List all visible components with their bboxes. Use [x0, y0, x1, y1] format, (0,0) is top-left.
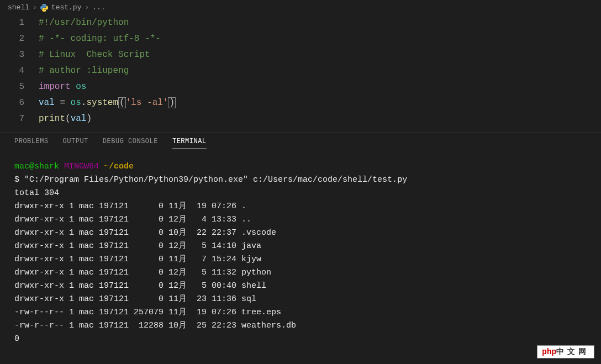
panel-tabs: PROBLEMS OUTPUT DEBUG CONSOLE TERMINAL: [0, 133, 601, 152]
terminal-output-line: drwxr-xr-x 1 mac 197121 0 10月 22 22:37 .…: [14, 226, 587, 240]
code-editor[interactable]: 1 2 3 4 5 6 7 #!/usr/bin/python # -*- co…: [0, 15, 601, 133]
comment-text: # author :liupeng: [39, 66, 129, 76]
chevron-right-icon: ›: [33, 3, 37, 12]
comment-text: #!/usr/bin/python: [39, 18, 129, 28]
code-line[interactable]: # -*- coding: utf-8 -*-: [39, 31, 601, 47]
code-line[interactable]: # Linux Check Script: [39, 47, 601, 63]
line-number: 2: [0, 31, 39, 47]
punct-text: ): [86, 114, 92, 124]
function-text: print: [39, 114, 65, 124]
line-number-gutter: 1 2 3 4 5 6 7: [0, 15, 39, 127]
terminal-command-line: $ "C:/Program Files/Python/Python39/pyth…: [14, 173, 587, 187]
prompt-dollar: $: [14, 175, 24, 184]
var-text: val: [71, 114, 87, 124]
module-text: os: [71, 82, 87, 92]
breadcrumb-tail[interactable]: ...: [92, 3, 105, 12]
prompt-sys: MINGW64: [59, 162, 99, 171]
comment-text: # -*- coding: utf-8 -*-: [39, 34, 161, 44]
svg-point-1: [45, 10, 45, 10]
watermark-rest: 中文网: [556, 347, 589, 356]
code-line[interactable]: val = os.system('ls -al'): [39, 95, 601, 111]
terminal-output-line: drwxr-xr-x 1 mac 197121 0 12月 4 13:33 ..: [14, 213, 587, 226]
module-text: os: [71, 98, 81, 108]
terminal-command: "C:/Program Files/Python/Python39/python…: [24, 175, 407, 184]
line-number: 7: [0, 111, 39, 127]
terminal-prompt-line: mac@shark MINGW64 ~/code: [14, 160, 587, 173]
operator-text: =: [60, 98, 70, 108]
comment-text: # Linux Check Script: [39, 50, 150, 60]
code-content[interactable]: #!/usr/bin/python # -*- coding: utf-8 -*…: [39, 15, 601, 127]
breadcrumb[interactable]: shell › test.py › ...: [0, 0, 601, 15]
watermark-badge: php中文网: [537, 345, 594, 358]
string-text: 'ls -al': [126, 98, 168, 108]
terminal-output-line: -rw-r--r-- 1 mac 197121 12288 10月 25 22:…: [14, 319, 587, 333]
breadcrumb-folder[interactable]: shell: [8, 3, 29, 12]
line-number: 6: [0, 95, 39, 111]
code-line[interactable]: import os: [39, 79, 601, 95]
chevron-right-icon: ›: [85, 3, 89, 12]
code-line[interactable]: #!/usr/bin/python: [39, 15, 601, 31]
terminal-output-line: -rw-r--r-- 1 mac 197121 257079 11月 19 07…: [14, 306, 587, 319]
python-icon: [40, 4, 48, 12]
tab-problems[interactable]: PROBLEMS: [14, 138, 49, 149]
watermark-php: php: [542, 347, 556, 356]
tab-terminal[interactable]: TERMINAL: [172, 138, 207, 149]
terminal-output-line: drwxr-xr-x 1 mac 197121 0 11月 19 07:26 .: [14, 200, 587, 213]
punct-text: .: [81, 98, 87, 108]
terminal-output-line: drwxr-xr-x 1 mac 197121 0 12月 5 11:32 py…: [14, 266, 587, 279]
terminal-output-line: drwxr-xr-x 1 mac 197121 0 11月 7 15:24 kj…: [14, 253, 587, 266]
tab-debug-console[interactable]: DEBUG CONSOLE: [103, 138, 158, 149]
code-line[interactable]: print(val): [39, 111, 601, 127]
prompt-path: /code: [109, 162, 134, 171]
terminal-panel[interactable]: mac@shark MINGW64 ~/code $ "C:/Program F…: [0, 152, 601, 354]
breadcrumb-file[interactable]: test.py: [51, 3, 82, 12]
line-number: 1: [0, 15, 39, 31]
var-text: val: [39, 98, 60, 108]
line-number: 4: [0, 63, 39, 79]
svg-point-0: [43, 4, 43, 4]
terminal-output-line: drwxr-xr-x 1 mac 197121 0 12月 5 14:10 ja…: [14, 240, 587, 253]
bracket-highlight: ): [168, 97, 176, 108]
terminal-output-line: total 304: [14, 187, 587, 200]
prompt-user: mac@shark: [14, 162, 59, 171]
punct-text: (: [65, 114, 71, 124]
tab-output[interactable]: OUTPUT: [63, 138, 88, 149]
code-line[interactable]: # author :liupeng: [39, 63, 601, 79]
keyword-text: import: [39, 82, 71, 92]
terminal-output-line: drwxr-xr-x 1 mac 197121 0 11月 23 11:36 s…: [14, 293, 587, 306]
bracket-highlight: (: [118, 97, 126, 108]
prompt-tilde: ~: [99, 162, 109, 171]
terminal-output-line: 0: [14, 333, 587, 346]
line-number: 3: [0, 47, 39, 63]
function-text: system: [86, 98, 118, 108]
terminal-output-line: drwxr-xr-x 1 mac 197121 0 12月 5 00:40 sh…: [14, 279, 587, 293]
line-number: 5: [0, 79, 39, 95]
